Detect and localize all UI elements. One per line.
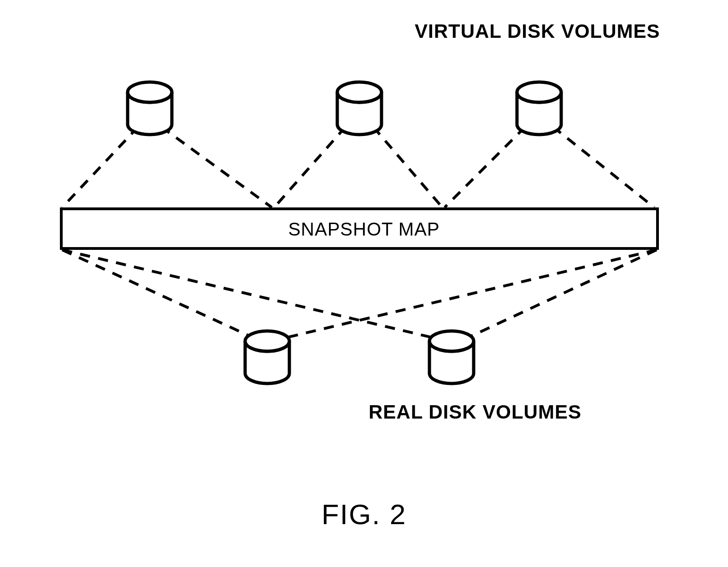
- diagram-stage: VIRTUAL DISK VOLUMES SNAPSHOT MAP REAL D…: [0, 0, 728, 567]
- virtual-disk-volumes-label: VIRTUAL DISK VOLUMES: [415, 20, 660, 42]
- bottom-dashed-line-1: [62, 250, 438, 339]
- svg-point-3: [245, 331, 289, 351]
- top-dashed-line-5: [553, 127, 654, 207]
- svg-point-4: [429, 331, 474, 351]
- top-dashed-line-0: [62, 127, 138, 207]
- bottom-dashed-line-3: [465, 250, 657, 339]
- real-disk-volumes-label: REAL DISK VOLUMES: [369, 401, 581, 423]
- svg-point-0: [128, 82, 172, 102]
- svg-point-1: [337, 82, 382, 102]
- diagram-svg: [0, 0, 728, 567]
- svg-point-2: [517, 82, 561, 102]
- bottom-dashed-line-2: [281, 250, 657, 339]
- real-disk-cylinder-icon-0: [245, 331, 289, 384]
- top-dashed-line-4: [445, 127, 525, 207]
- top-dashed-line-1: [161, 127, 272, 207]
- top-dashed-line-2: [274, 127, 346, 207]
- snapshot-map-label: SNAPSHOT MAP: [0, 219, 728, 240]
- figure-caption: FIG. 2: [0, 498, 728, 531]
- bottom-dashed-line-0: [62, 250, 256, 339]
- virtual-disk-cylinder-icon-1: [337, 82, 382, 135]
- top-dashed-line-3: [373, 127, 442, 207]
- virtual-disk-cylinder-icon-0: [128, 82, 172, 135]
- real-disk-cylinder-icon-1: [429, 331, 474, 384]
- virtual-disk-cylinder-icon-2: [517, 82, 561, 135]
